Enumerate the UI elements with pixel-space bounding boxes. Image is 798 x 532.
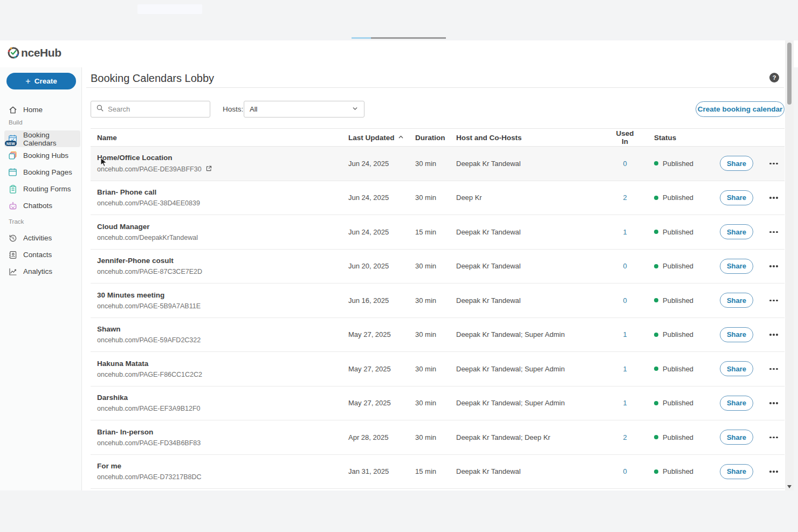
- calendar-url-link[interactable]: oncehub.com/PAGE-87C3CE7E2D: [97, 268, 202, 275]
- table-row[interactable]: Darshika oncehub.com/PAGE-EF3A9B12F0 May…: [91, 386, 785, 421]
- search-input[interactable]: [108, 105, 205, 113]
- create-button[interactable]: + Create: [6, 73, 76, 89]
- status-label: Published: [663, 433, 693, 441]
- share-button[interactable]: Share: [720, 361, 753, 376]
- row-menu-icon[interactable]: [768, 365, 779, 374]
- sidebar-item-contacts[interactable]: Contacts: [0, 246, 81, 263]
- vertical-scrollbar[interactable]: [785, 40, 794, 490]
- hosts-cell: Deepak Kr Tandewal; Super Admin: [456, 330, 615, 338]
- sidebar-item-chatbots[interactable]: Chatbots: [0, 197, 81, 214]
- published-status-dot: [654, 298, 658, 302]
- table-row[interactable]: Brian- Phone call oncehub.com/PAGE-38D4E…: [91, 181, 785, 216]
- calendar-url-link[interactable]: oncehub.com/PAGE-EF3A9B12F0: [97, 405, 201, 412]
- share-button[interactable]: Share: [720, 156, 753, 171]
- header-last-updated[interactable]: Last Updated: [348, 134, 415, 142]
- sidebar-item-routing-forms[interactable]: Routing Forms: [0, 181, 81, 197]
- hosts-cell: Deepak Kr Tandewal; Super Admin: [456, 399, 615, 407]
- hosts-select[interactable]: All: [244, 101, 364, 118]
- calendar-url-link[interactable]: oncehub.com/PAGE-F86CC1C2C2: [97, 371, 202, 378]
- row-menu-icon[interactable]: [768, 194, 779, 202]
- used-in-link[interactable]: 0: [623, 296, 627, 305]
- header-used-in[interactable]: Used In: [615, 129, 647, 146]
- scrollbar-down-arrow[interactable]: [787, 485, 792, 488]
- sidebar-item-booking-calendars[interactable]: NEW Booking Calendars: [4, 130, 80, 147]
- header-duration[interactable]: Duration: [415, 134, 456, 142]
- row-menu-icon[interactable]: [768, 262, 779, 271]
- chevron-down-icon: [352, 105, 359, 114]
- share-button[interactable]: Share: [720, 464, 753, 479]
- used-in-link[interactable]: 1: [623, 365, 627, 373]
- calendar-name-link[interactable]: Brian- In-person: [97, 428, 348, 436]
- table-row[interactable]: Cloud Manager oncehub.com/DeepakKrTandew…: [91, 215, 785, 250]
- calendar-name-link[interactable]: Brian- Phone call: [97, 188, 348, 196]
- calendar-url-link[interactable]: oncehub.com/DeepakKrTandewal: [97, 234, 198, 241]
- sidebar-item-analytics[interactable]: Analytics: [0, 263, 81, 280]
- table-row[interactable]: 30 Minutes meeting oncehub.com/PAGE-5B9A…: [91, 284, 785, 318]
- search-box[interactable]: [91, 101, 210, 118]
- share-button[interactable]: Share: [720, 327, 753, 342]
- table-row[interactable]: Hakuna Matata oncehub.com/PAGE-F86CC1C2C…: [91, 352, 785, 386]
- used-in-link[interactable]: 1: [623, 228, 627, 236]
- row-menu-icon[interactable]: [768, 160, 779, 168]
- table-row[interactable]: For me oncehub.com/PAGE-D73217B8DC Jan 3…: [91, 455, 785, 489]
- used-in-link[interactable]: 1: [623, 399, 627, 407]
- row-menu-icon[interactable]: [768, 228, 779, 237]
- share-button[interactable]: Share: [720, 190, 753, 205]
- share-button[interactable]: Share: [720, 293, 753, 308]
- scrollbar-thumb[interactable]: [787, 43, 792, 105]
- analytics-icon: [8, 266, 18, 277]
- hosts-cell: Deepak Kr Tandewal; Super Admin: [456, 365, 615, 373]
- external-link-icon[interactable]: [205, 165, 212, 174]
- share-button[interactable]: Share: [720, 430, 753, 445]
- calendar-name-link[interactable]: Shawn: [97, 325, 348, 333]
- table-row[interactable]: Shawn oncehub.com/PAGE-59AFD2C322 May 27…: [91, 318, 785, 353]
- calendar-url-link[interactable]: oncehub.com/PAGE-59AFD2C322: [97, 336, 201, 344]
- calendar-name-link[interactable]: Hakuna Matata: [97, 360, 348, 368]
- main-content: Booking Calendars Lobby ? Hosts: All Cre…: [82, 67, 785, 490]
- row-menu-icon[interactable]: [768, 433, 779, 442]
- header-name[interactable]: Name: [91, 134, 348, 142]
- share-button[interactable]: Share: [720, 259, 753, 274]
- calendar-name-link[interactable]: 30 Minutes meeting: [97, 291, 348, 299]
- sidebar-item-booking-pages[interactable]: Booking Pages: [0, 164, 81, 181]
- table-row[interactable]: Brian- In-person oncehub.com/PAGE-FD34B6…: [91, 420, 785, 455]
- used-in-link[interactable]: 1: [623, 330, 627, 338]
- published-status-dot: [654, 161, 658, 165]
- share-button[interactable]: Share: [720, 396, 753, 411]
- row-menu-icon[interactable]: [768, 296, 779, 305]
- oncehub-logo[interactable]: nceHub: [6, 46, 61, 60]
- table-row[interactable]: Home/Office Location oncehub.com/PAGE-DE…: [91, 147, 785, 181]
- header-status[interactable]: Status: [647, 134, 717, 142]
- last-updated-cell: Jun 20, 2025: [348, 262, 415, 270]
- create-booking-calendar-button[interactable]: Create booking calendar: [696, 101, 785, 117]
- calendar-name-link[interactable]: Jennifer-Phone cosult: [97, 257, 348, 265]
- calendar-url-link[interactable]: oncehub.com/PAGE-D73217B8DC: [97, 473, 202, 481]
- sidebar-item-activities[interactable]: Activities: [0, 230, 81, 246]
- header-hosts[interactable]: Host and Co-Hosts: [456, 134, 615, 142]
- used-in-link[interactable]: 0: [623, 467, 627, 475]
- used-in-link[interactable]: 2: [623, 433, 627, 441]
- calendar-url-link[interactable]: oncehub.com/PAGE-FD34B6BF83: [97, 439, 201, 447]
- used-in-link[interactable]: 0: [623, 160, 627, 168]
- page-help-icon[interactable]: ?: [769, 73, 779, 82]
- sidebar-item-home[interactable]: Home: [0, 101, 81, 118]
- duration-cell: 30 min: [415, 160, 456, 168]
- used-in-link[interactable]: 2: [623, 194, 627, 202]
- status-label: Published: [663, 365, 693, 373]
- calendar-name-link[interactable]: Darshika: [97, 393, 348, 402]
- share-button[interactable]: Share: [720, 224, 753, 239]
- calendar-name-link[interactable]: Cloud Manager: [97, 223, 348, 231]
- row-menu-icon[interactable]: [768, 330, 779, 339]
- calendar-url-link[interactable]: oncehub.com/PAGE-DE39ABFF30: [97, 165, 202, 173]
- row-menu-icon[interactable]: [768, 467, 779, 476]
- table-row[interactable]: Jennifer-Phone cosult oncehub.com/PAGE-8…: [91, 250, 785, 284]
- calendar-url-link[interactable]: oncehub.com/PAGE-5B9A7AB11E: [97, 302, 201, 310]
- status-label: Published: [663, 330, 693, 338]
- hosts-cell: Deepak Kr Tandewal: [456, 296, 615, 305]
- row-menu-icon[interactable]: [768, 399, 779, 407]
- calendar-name-link[interactable]: Home/Office Location: [97, 154, 348, 162]
- calendar-name-link[interactable]: For me: [97, 462, 348, 470]
- used-in-link[interactable]: 0: [623, 262, 627, 270]
- calendar-url-link[interactable]: oncehub.com/PAGE-38D4EE0839: [97, 199, 200, 207]
- sidebar-item-booking-hubs[interactable]: Booking Hubs: [0, 147, 81, 164]
